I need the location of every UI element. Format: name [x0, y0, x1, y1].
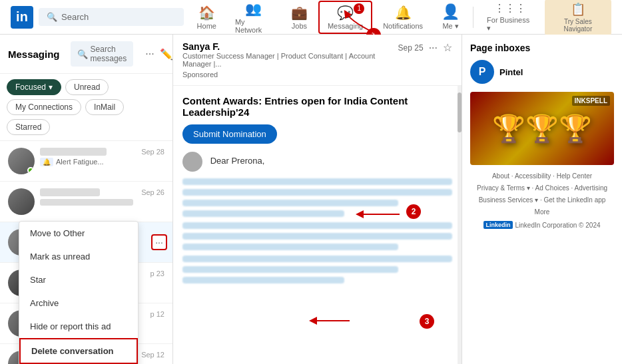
- filter-tabs: Focused ▾ Unread My Connections InMail S…: [0, 74, 172, 141]
- search-icon: 🔍: [47, 12, 57, 22]
- blur-line-8: [182, 256, 452, 262]
- footer-help[interactable]: Help Center: [557, 172, 592, 180]
- footer-linkedin: Linkedin LinkedIn Corporation © 2024: [470, 221, 614, 229]
- star-icon[interactable]: ☆: [443, 41, 452, 54]
- myconnections-label: My Connections: [15, 102, 73, 112]
- unread-label: Unread: [74, 83, 100, 92]
- msg-date: p 23: [151, 270, 164, 277]
- nav-network-label: My Network: [235, 18, 272, 34]
- ad-brand-label: INKSPELL: [572, 96, 610, 106]
- context-menu: Move to Other Mark as unread Star Archiv…: [19, 221, 139, 364]
- page-inbox-item[interactable]: P Pintel: [470, 60, 614, 84]
- nav-home[interactable]: 🏠 Home: [189, 2, 224, 33]
- tab-focused[interactable]: Focused ▾: [7, 79, 61, 95]
- page-inboxes-section: Page inboxes P Pintel: [470, 43, 614, 84]
- online-indicator: [27, 167, 34, 174]
- conv-scroll-thumb[interactable]: [458, 92, 462, 132]
- avatar: [8, 148, 35, 174]
- inmail-label: InMail: [94, 102, 115, 112]
- footer-accessibility[interactable]: Accessibility: [515, 172, 551, 180]
- conv-blurred-content: [182, 178, 452, 283]
- msg-date: p 12: [151, 310, 164, 318]
- avatar: [8, 188, 35, 215]
- search-msg-icon: 🔍: [77, 49, 88, 59]
- more-options-view-icon[interactable]: ···: [429, 42, 438, 54]
- nav-network[interactable]: 👥 My Network: [227, 0, 280, 37]
- footer-advertising[interactable]: Advertising: [575, 184, 607, 192]
- messaging-title: Messaging: [8, 49, 60, 60]
- message-view: Sanya F. Customer Success Manager | Prod…: [173, 35, 462, 364]
- messaging-panel: Messaging 🔍 Search messages ··· ✏️ Focus…: [0, 35, 173, 364]
- blur-line-2: [182, 189, 452, 196]
- trophies-icon: 🏆🏆🏆: [492, 113, 592, 144]
- tab-myconnections[interactable]: My Connections: [7, 99, 81, 115]
- messaging-search-box[interactable]: 🔍 Search messages: [71, 41, 134, 67]
- msg-preview: 🔔 Alert Fatigue...: [40, 158, 164, 166]
- blur-line-9: [182, 266, 398, 273]
- list-item[interactable]: Sep 28 🔔 Alert Fatigue...: [0, 141, 172, 182]
- list-item[interactable]: Sep 26: [0, 182, 172, 222]
- tab-inmail[interactable]: InMail: [85, 99, 124, 115]
- sponsored-label: Sponsored: [182, 71, 398, 79]
- nav-jobs-label: Jobs: [292, 22, 307, 30]
- nav-forbusiness-label: For Business ▾: [487, 16, 534, 33]
- footer-links: About · Accessibility · Help Center Priv…: [470, 170, 614, 218]
- greeting-avatar: [182, 152, 202, 172]
- footer-about[interactable]: About: [492, 172, 509, 180]
- footer-get-app[interactable]: Get the LinkedIn app: [543, 196, 605, 204]
- right-panel: Page inboxes P Pintel 🏆🏆🏆 INKSPELL About…: [462, 35, 622, 364]
- nav-salesnav-label: Try Sales Navigator: [550, 18, 606, 33]
- conv-greeting: Dear Prerona,: [182, 152, 452, 172]
- nav-messaging[interactable]: 💬 Messaging 1: [318, 1, 372, 34]
- context-archive[interactable]: Archive: [19, 291, 138, 315]
- nav-jobs[interactable]: 💼 Jobs: [283, 2, 316, 33]
- page-inbox-avatar: P: [470, 60, 494, 84]
- nav-notifications[interactable]: 🔔 Notifications: [375, 2, 431, 33]
- submit-nomination-button[interactable]: Submit Nomination: [182, 124, 277, 144]
- conv-subject: Content Awards: Entries open for India C…: [182, 95, 452, 118]
- search-bar[interactable]: 🔍 Search: [39, 8, 184, 26]
- ad-container: 🏆🏆🏆 INKSPELL: [470, 92, 614, 165]
- msg-name: [40, 188, 100, 196]
- msg-date-header: Sep 25: [398, 43, 424, 53]
- search-messages-placeholder: Search messages: [91, 45, 127, 63]
- footer-business[interactable]: Business Services ▾: [479, 196, 538, 204]
- page-inbox-name: Pintel: [499, 67, 523, 77]
- conv-scroll-bar[interactable]: [458, 86, 462, 364]
- page-inboxes-title: Page inboxes: [470, 43, 614, 53]
- jobs-icon: 💼: [291, 5, 308, 21]
- footer-privacy[interactable]: Privacy & Terms ▾: [477, 184, 530, 192]
- linkedin-logo[interactable]: LinkedInin: [11, 6, 33, 29]
- nav-me[interactable]: 👤 Me ▾: [434, 1, 467, 33]
- me-icon: 👤: [442, 3, 460, 21]
- context-hide-report[interactable]: Hide or report this ad: [19, 315, 138, 338]
- footer-adchoices[interactable]: Ad Choices: [535, 184, 569, 192]
- compose-icon[interactable]: ✏️: [158, 47, 174, 62]
- sender-name: Sanya F.: [182, 41, 398, 52]
- context-mark-unread[interactable]: Mark as unread: [19, 245, 138, 268]
- msg-preview: [40, 199, 133, 206]
- msg-date: Sep 12: [141, 351, 164, 359]
- three-dots-button[interactable]: ···: [151, 234, 167, 250]
- context-delete[interactable]: Delete conversation: [19, 338, 138, 364]
- network-icon: 👥: [245, 1, 262, 17]
- blur-line-1: [182, 178, 452, 185]
- salesnav-icon: 📋: [571, 2, 585, 17]
- blur-line-3: [182, 200, 398, 206]
- blur-line-4: [182, 210, 344, 217]
- msg-date: Sep 26: [141, 188, 164, 196]
- more-options-icon[interactable]: ···: [144, 47, 155, 62]
- blur-line-6: [182, 233, 452, 240]
- nav-me-label: Me ▾: [442, 22, 458, 31]
- nav-salesnav[interactable]: 📋 Try Sales Navigator: [545, 0, 611, 35]
- context-star[interactable]: Star: [19, 268, 138, 291]
- tab-unread[interactable]: Unread: [65, 79, 109, 95]
- context-move-other[interactable]: Move to Other: [19, 222, 138, 245]
- tab-starred[interactable]: Starred: [7, 119, 50, 135]
- nav-forbusiness[interactable]: ⋮⋮⋮ For Business ▾: [479, 0, 542, 35]
- nav-home-label: Home: [197, 22, 216, 30]
- blur-line-7: [182, 244, 398, 250]
- notifications-icon: 🔔: [395, 5, 412, 21]
- nav-notifications-label: Notifications: [383, 22, 423, 30]
- footer-more[interactable]: More: [535, 208, 550, 216]
